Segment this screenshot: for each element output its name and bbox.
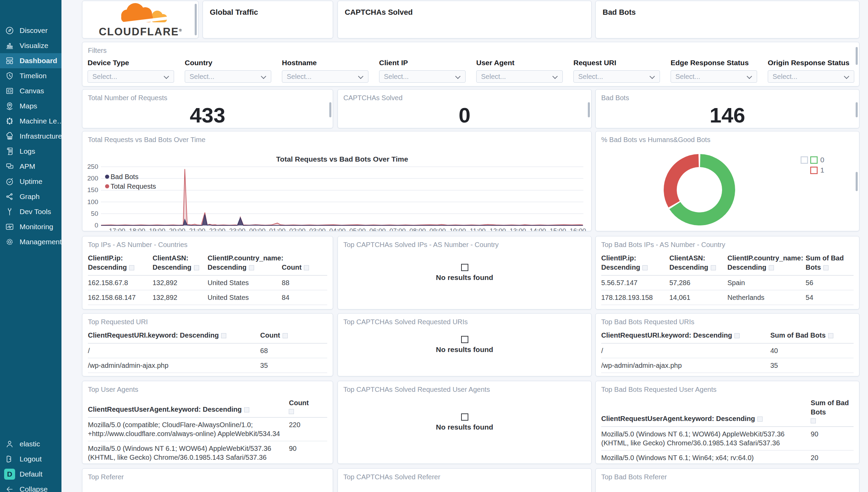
sort-checkbox[interactable] — [221, 333, 226, 338]
column-header[interactable]: Count — [282, 252, 327, 276]
legend-item-0[interactable]: 0 — [811, 156, 824, 164]
panel-scrollbar[interactable] — [588, 102, 590, 117]
filter-select-client-ip[interactable]: Select... — [379, 70, 466, 83]
column-header[interactable]: ClientASN: Descending — [669, 252, 727, 276]
table-row[interactable]: /wp-admin/admin-post.php16 — [601, 373, 854, 377]
column-header[interactable]: Sum of Bad Bots — [806, 252, 854, 276]
filter-select-country[interactable]: Select... — [185, 70, 271, 83]
sidebar-item-machine-le[interactable]: Machine Le… — [0, 114, 61, 129]
sort-checkbox[interactable] — [757, 417, 763, 422]
sidebar-item-discover[interactable]: Discover — [0, 23, 61, 38]
table-cell: 178.128.193.158 — [601, 290, 669, 305]
donut-slice-1[interactable] — [670, 161, 699, 204]
table-row[interactable]: 162.158.68.147132,892United States84 — [88, 290, 327, 305]
column-header[interactable]: ClientIP.country_name: Descending — [207, 252, 282, 276]
filter-select-hostname[interactable]: Select... — [282, 70, 368, 83]
sidebar-footer-default[interactable]: DDefault — [0, 467, 61, 482]
data-table: ClientRequestUserAgent.keyword: Descendi… — [601, 397, 854, 464]
filter-select-request-uri[interactable]: Select... — [573, 70, 660, 83]
panel-scrollbar[interactable] — [195, 4, 197, 35]
sidebar-item-timelion[interactable]: Timelion — [0, 68, 61, 83]
panel-scrollbar[interactable] — [329, 102, 331, 117]
table-row[interactable]: /wp-admin/admin-ajax.php35 — [88, 358, 327, 373]
legend-item-total-requests[interactable]: Total Requests — [105, 183, 156, 190]
column-header[interactable]: ClientRequestUserAgent.keyword: Descendi… — [88, 397, 289, 418]
column-header[interactable]: ClientRequestUserAgent.keyword: Descendi… — [601, 397, 811, 427]
filter-select-edge-response-status[interactable]: Select... — [671, 70, 757, 83]
sidebar-item-infrastructure[interactable]: Infrastructure — [0, 129, 61, 144]
sort-checkbox[interactable] — [769, 265, 774, 270]
sort-checkbox[interactable] — [129, 265, 134, 270]
table-row[interactable]: /68 — [88, 343, 327, 358]
table-row[interactable]: /wp-admin/admin-ajax.php35 — [601, 358, 854, 373]
table-row[interactable]: Mozilla/5.0 (Windows NT 6.1; WOW64) Appl… — [88, 441, 327, 464]
filter-label: User Agent — [476, 59, 563, 67]
sidebar-item-apm[interactable]: APM — [0, 159, 61, 174]
sort-checkbox[interactable] — [642, 265, 648, 270]
column-header[interactable]: Count — [289, 397, 327, 418]
sidebar-item-visualize[interactable]: Visualize — [0, 38, 61, 53]
column-header[interactable]: ClientIP.country_name: Descending — [727, 252, 806, 276]
column-header[interactable]: Sum of Bad Bots — [811, 397, 854, 427]
requests-vs-badbots-line-chart[interactable]: 05010015020025017:0018:0019:0020:0021:00… — [82, 142, 591, 231]
sort-checkbox[interactable] — [823, 265, 829, 270]
sidebar-item-canvas[interactable]: Canvas — [0, 83, 61, 98]
table-row[interactable]: Mozilla/5.0 (Windows NT 6.1; WOW64) Appl… — [601, 427, 854, 450]
sort-checkbox[interactable] — [194, 265, 199, 270]
table-cell: Mozilla/5.0 (Windows NT 6.1; WOW64) Appl… — [88, 441, 289, 464]
table-row[interactable]: 128.32.162.14525United States2 — [601, 305, 854, 310]
table-row[interactable]: Mozilla/5.0 (Windows NT 6.1; Win64; x64;… — [601, 450, 854, 464]
column-header[interactable]: ClientRequestURI.keyword: Descending — [88, 329, 260, 343]
table-cell: / — [88, 343, 260, 358]
table-row[interactable]: 178.128.193.15814,061Netherlands54 — [601, 290, 854, 305]
panel-scrollbar[interactable] — [856, 172, 858, 191]
table-cell: Spain — [727, 276, 806, 290]
sort-checkbox[interactable] — [811, 418, 816, 423]
table-row[interactable]: 5.56.57.14757,286Spain56 — [601, 276, 854, 290]
column-header[interactable]: ClientIP.ip: Descending — [88, 252, 152, 276]
sidebar-footer-elastic[interactable]: elastic — [0, 436, 61, 452]
sort-checkbox[interactable] — [283, 333, 288, 338]
sidebar-item-management[interactable]: Management — [0, 234, 61, 249]
legend-item-bad-bots[interactable]: Bad Bots — [105, 173, 138, 180]
table-row[interactable]: Mozilla/5.0 (compatible; CloudFlare-Alwa… — [88, 418, 327, 441]
sidebar-item-dev-tools[interactable]: Dev Tools — [0, 204, 61, 219]
column-header[interactable]: ClientIP.ip: Descending — [601, 252, 669, 276]
sidebar-item-graph[interactable]: Graph — [0, 189, 61, 204]
sidebar-item-monitoring[interactable]: Monitoring — [0, 219, 61, 234]
column-header-text: Sum of Bad Bots — [811, 399, 849, 416]
sort-checkbox[interactable] — [734, 333, 740, 338]
panel-scrollbar[interactable] — [856, 102, 858, 117]
column-header[interactable]: ClientRequestURI.keyword: Descending — [601, 329, 770, 343]
column-header[interactable]: Count — [260, 329, 327, 343]
table-row[interactable]: /wp-admin/admin-post.php16 — [88, 373, 327, 377]
sidebar-footer-logout[interactable]: Logout — [0, 452, 61, 467]
sort-checkbox[interactable] — [711, 265, 716, 270]
sort-checkbox[interactable] — [289, 409, 294, 414]
sidebar-footer-label: elastic — [20, 440, 40, 448]
sidebar-item-maps[interactable]: Maps — [0, 98, 61, 114]
filter-select-origin-response-status[interactable]: Select... — [768, 70, 854, 83]
sort-checkbox[interactable] — [304, 265, 309, 270]
legend-item-1[interactable]: 1 — [811, 166, 824, 174]
badbots-donut-chart[interactable]: 01 — [596, 144, 859, 230]
table-row[interactable]: /40 — [601, 343, 854, 358]
sort-checkbox[interactable] — [244, 407, 249, 412]
table-row[interactable]: 5.56.57.14757,286Spain56 — [88, 305, 327, 310]
svg-text:Total Requests: Total Requests — [111, 183, 156, 190]
sidebar-item-dashboard[interactable]: Dashboard — [0, 53, 61, 68]
filter-select-device-type[interactable]: Select... — [88, 70, 174, 83]
data-table: ClientRequestUserAgent.keyword: Descendi… — [88, 397, 327, 464]
filter-select-user-agent[interactable]: Select... — [476, 70, 563, 83]
table-cell: 84 — [282, 290, 327, 305]
sort-checkbox[interactable] — [828, 333, 833, 338]
table-row[interactable]: 162.158.67.8132,892United States88 — [88, 276, 327, 290]
panel-scrollbar[interactable] — [856, 47, 858, 65]
column-header[interactable]: ClientASN: Descending — [152, 252, 207, 276]
sidebar-footer-collapse[interactable]: Collapse — [0, 482, 61, 492]
sort-checkbox[interactable] — [249, 265, 254, 270]
sidebar-item-uptime[interactable]: Uptime — [0, 174, 61, 189]
filter-label: Client IP — [379, 59, 466, 67]
column-header[interactable]: Sum of Bad Bots — [770, 329, 854, 343]
sidebar-item-logs[interactable]: Logs — [0, 144, 61, 159]
